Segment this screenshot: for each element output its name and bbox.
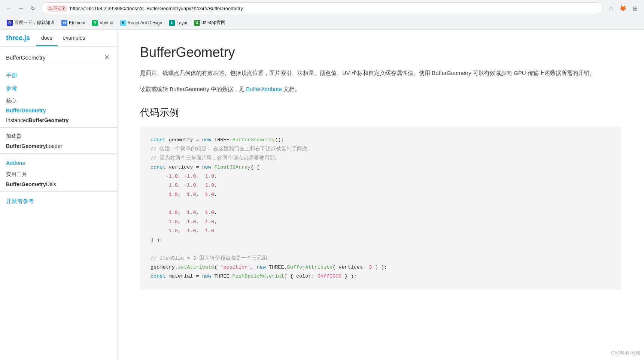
browser-toolbar: ← → ↻ ⚠ 不安全 https://192.168.2.39:8080/do… [0, 0, 644, 16]
code-block: const geometry = new THREE.BufferGeometr… [140, 127, 622, 290]
buffer-geometry-label: BufferGeometry [6, 108, 46, 114]
profile-button[interactable]: 🦊 [618, 3, 628, 13]
sidebar-item-buffer-geometry-utils[interactable]: BufferGeometryUtils [0, 179, 117, 189]
desc2-suffix: 文档。 [282, 86, 300, 92]
bookmark-vant[interactable]: V Vant ui [89, 18, 116, 27]
sidebar: three.js docs examples BufferGeometry ✕ … [0, 30, 118, 360]
insecure-badge: ⚠ 不安全 [46, 5, 68, 12]
code-line-15: geometry.setAttribute( 'position', new T… [151, 263, 611, 272]
back-button[interactable]: ← [4, 3, 14, 13]
main-content: BufferGeometry 是面片、线或点几何体的有效表述。包括顶点位置，面片… [118, 30, 644, 360]
code-line-14: // itemSize = 3 因为每个顶点都是一个三元组。 [151, 254, 611, 263]
sidebar-divider-3 [0, 191, 117, 192]
sidebar-divider-2 [0, 153, 117, 154]
tab-docs[interactable]: docs [36, 30, 58, 46]
uniapp-favicon: U [194, 20, 200, 26]
layui-favicon: L [169, 20, 175, 26]
description-1: 是面片、线或点几何体的有效表述。包括顶点位置，面片索引、法相量、颜色值、UV 坐… [140, 68, 622, 78]
code-line-1: const geometry = new THREE.BufferGeometr… [151, 136, 611, 145]
code-line-7: 1.0, 1.0, 1.0, [151, 190, 611, 199]
nav-buttons: ← → ↻ [4, 3, 38, 13]
utils-suffix: Utils [46, 181, 56, 187]
vant-favicon: V [92, 20, 98, 26]
vant-label: Vant ui [100, 20, 113, 25]
sidebar-subsection-core: 核心 [0, 94, 117, 106]
react-favicon: ⚛ [120, 20, 126, 26]
loader-bold: BufferGeometry [6, 143, 46, 149]
instanced-bold: BufferGeometry [29, 117, 69, 123]
search-title: BufferGeometry [6, 54, 46, 61]
sidebar-item-dev-reference[interactable]: 开发者参考 [0, 194, 117, 207]
baidu-favicon: 百 [7, 20, 13, 26]
code-line-3: // 因为在两个三角面片里，这两个顶点都需要被用到。 [151, 154, 611, 163]
element-label: Element [69, 20, 85, 25]
sidebar-item-reference[interactable]: 参考 [0, 81, 117, 94]
tab-examples[interactable]: examples [58, 30, 91, 46]
baidu-label: 百度一下，你就知道 [14, 19, 55, 26]
code-line-6: 1.0, -1.0, 1.0, [151, 181, 611, 190]
sidebar-item-manual[interactable]: 手册 [0, 68, 117, 81]
code-line-5: -1.0, -1.0, 1.0, [151, 172, 611, 181]
extensions-button[interactable]: ⊞ [630, 3, 640, 13]
bookmarks-bar: 百 百度一下，你就知道 El Element V Vant ui ⚛ React… [0, 16, 644, 29]
refresh-button[interactable]: ↻ [28, 3, 38, 13]
bookmark-star-button[interactable]: ☆ [606, 3, 616, 13]
insecure-icon: ⚠ [48, 6, 52, 11]
address-bar[interactable]: ⚠ 不安全 https://192.168.2.39:8080/docs/?q=… [41, 2, 603, 14]
code-line-16: const material = new THREE.MeshBasicMate… [151, 272, 611, 281]
browser-chrome: ← → ↻ ⚠ 不安全 https://192.168.2.39:8080/do… [0, 0, 644, 30]
utils-bold: BufferGeometry [6, 181, 46, 187]
code-line-9: 1.0, 1.0, 1.0, [151, 208, 611, 217]
sidebar-item-addons[interactable]: Addons [0, 156, 117, 168]
csdn-badge: CSDN @-欧瑞 [611, 350, 640, 356]
bookmark-react[interactable]: ⚛ React Ant Design [117, 18, 165, 27]
bookmark-element[interactable]: El Element [58, 18, 88, 27]
sidebar-subsection-loaders: 加载器 [0, 130, 117, 141]
element-favicon: El [61, 20, 67, 26]
url-display: https://192.168.2.39:8080/docs/?q=Buffer… [70, 6, 243, 11]
code-line-13 [151, 245, 611, 254]
sidebar-nav-tabs: three.js docs examples [0, 30, 117, 47]
insecure-label: 不安全 [53, 6, 66, 11]
sidebar-nav-section: 手册 参考 核心 BufferGeometry InstancedBufferG… [0, 65, 117, 210]
code-line-11: -1.0, -1.0, 1.0 [151, 227, 611, 236]
code-line-4: const vertices = new Float32Array( [ [151, 163, 611, 172]
sidebar-item-buffer-geometry-loader[interactable]: BufferGeometryLoader [0, 141, 117, 151]
react-label: React Ant Design [128, 20, 162, 25]
sidebar-search: BufferGeometry ✕ [0, 47, 117, 65]
description-2: 读取或编辑 BufferGeometry 中的数据，见 BufferAttrib… [140, 84, 622, 94]
page-title: BufferGeometry [140, 45, 622, 60]
sidebar-subsection-utils: 实用工具 [0, 168, 117, 179]
close-button[interactable]: ✕ [102, 53, 111, 62]
site-title[interactable]: three.js [6, 30, 36, 46]
code-line-8 [151, 199, 611, 208]
bookmark-baidu[interactable]: 百 百度一下，你就知道 [4, 18, 58, 27]
code-line-2: // 创建一个简单的矩形. 在这里我们左上和右下顶点被复制了两次。 [151, 145, 611, 154]
bookmark-layui[interactable]: L Layui [166, 18, 190, 27]
uniapp-label: uni-app官网 [201, 19, 225, 26]
layui-label: Layui [176, 20, 187, 25]
code-section-title: 代码示例 [140, 106, 622, 119]
desc2-prefix: 读取或编辑 BufferGeometry 中的数据，见 [140, 86, 246, 92]
page-layout: three.js docs examples BufferGeometry ✕ … [0, 30, 644, 360]
code-line-10: -1.0, 1.0, 1.0, [151, 218, 611, 227]
instanced-prefix: Instanced [6, 117, 29, 123]
sidebar-divider-1 [0, 127, 117, 128]
bookmark-uniapp[interactable]: U uni-app官网 [191, 18, 228, 27]
forward-button[interactable]: → [16, 3, 26, 13]
sidebar-item-buffer-geometry[interactable]: BufferGeometry [0, 106, 117, 115]
code-line-12: ] ); [151, 236, 611, 245]
sidebar-item-instanced-buffer-geometry[interactable]: InstancedBufferGeometry [0, 115, 117, 125]
toolbar-actions: ☆ 🦊 ⊞ [606, 3, 640, 13]
buffer-attribute-link[interactable]: BufferAttribute [246, 86, 282, 92]
loader-suffix: Loader [46, 143, 63, 149]
